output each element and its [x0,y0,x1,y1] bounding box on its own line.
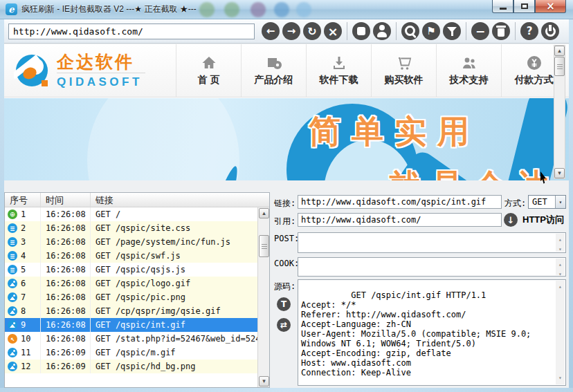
support-people-icon [460,55,478,71]
minimize-icon [500,8,507,10]
toolbar-refresh-button[interactable] [303,22,321,40]
box-scroll-arrows[interactable]: ▴▾ [556,281,565,384]
http-visit-label: HTTP访问 [522,214,564,226]
table-row[interactable]: 6 16:26:08 GET /qspic/logo.gif [5,277,257,290]
toolbar-separator [347,22,347,40]
toolbar-minus-button[interactable] [471,22,489,40]
titlebar-deco-circle [274,2,289,17]
text-mode-button[interactable] [277,297,291,311]
cook-label: COOK: [274,259,298,268]
toolbar-separator [396,22,397,40]
scroll-up-arrow[interactable]: ▴ [554,46,565,56]
cookie-box[interactable]: ▴▾ [298,257,566,277]
referer-input[interactable] [298,213,502,227]
request-type-icon [8,334,17,344]
browser-vertical-scrollbar[interactable]: ▴ ▾ [554,45,565,179]
row-index-cell: 11 [5,346,41,360]
table-row[interactable]: 4 16:26:08 GET /qspic/swf.js [5,249,257,263]
url-input[interactable] [8,24,255,39]
source-value: GET /qspic/int.gif HTTP/1.1 Accept: */* … [301,290,536,377]
row-link: GET /qspic/pic.png [91,290,257,304]
link-input[interactable] [298,195,502,209]
window-frame-right [569,19,573,392]
window-content: 企达软件 QIDASOFT 首 页 产品介绍 [4,19,569,388]
scroll-down-arrow[interactable]: ▾ [554,168,565,178]
scroll-down-arrow[interactable]: ▾ [259,376,269,386]
title-bar[interactable]: e 疯狂刷新 - IE封包截取器 V2 ---★ 正在截取 ★--- × [0,0,573,19]
toolbar-flag-button[interactable] [422,22,440,40]
banner-shape [87,98,239,180]
row-time: 16:26:08 [41,249,91,263]
capture-icon [352,22,370,40]
minimize-button[interactable] [492,0,513,13]
post-box[interactable]: ▴▾ [298,232,566,253]
toolbar-user-button[interactable] [373,22,391,40]
row-link: GET /page/system/inc/fun.js [91,235,257,249]
dropdown-arrow-icon[interactable]: ▾ [555,196,565,208]
referer-label: 引用: [274,216,298,227]
row-index-cell: 6 [5,277,41,290]
table-row[interactable]: 12 16:26:09 GET /qspic/hd_bg.png [5,360,257,373]
ie-app-icon: e [6,3,17,15]
toolbar-separator [515,22,516,40]
table-row[interactable]: 7 16:26:08 GET /qspic/pic.png [5,290,257,304]
nav-item-purchase[interactable]: 购买软件 [371,44,436,97]
app-window: e 疯狂刷新 - IE封包截取器 V2 ---★ 正在截取 ★--- × [0,0,573,392]
toolbar-stop-button[interactable] [324,22,342,40]
toolbar-separator [466,22,466,40]
table-row[interactable]: 8 16:26:08 GET /cp/qspr/img/qsie.gif [5,304,257,318]
row-time: 16:26:08 [41,332,91,346]
table-vertical-scrollbar[interactable]: ▴ ▾ [257,207,269,387]
nav-item-products[interactable]: 产品介绍 [241,44,306,97]
close-button[interactable]: × [535,0,566,13]
row-number: 6 [21,279,26,288]
scroll-thumb[interactable] [259,235,269,257]
row-link: GET / [91,207,257,221]
capture-panel: 序号 时间 链接 1 16:26:08 GET / 2 16:26:08 GET… [4,192,569,388]
row-time: 16:26:08 [41,221,91,235]
scroll-up-arrow[interactable]: ▴ [259,208,269,218]
column-header-link: 链接 [91,193,269,207]
table-row[interactable]: 3 16:26:08 GET /page/system/inc/fun.js [5,235,257,249]
box-scroll-arrows[interactable]: ▴▾ [556,234,565,252]
request-type-icon [8,306,17,316]
toolbar-help-button[interactable] [520,22,538,40]
toolbar-forward-button[interactable] [282,22,300,40]
source-box[interactable]: GET /qspic/int.gif HTTP/1.1 Accept: */* … [298,279,566,386]
scroll-thumb[interactable] [554,57,565,76]
toolbar-capture-button[interactable] [352,22,370,40]
nav-label: 首 页 [198,74,220,86]
table-row[interactable]: 11 16:26:09 GET /qspic/m.gif [5,346,257,360]
request-table: 序号 时间 链接 1 16:26:08 GET / 2 16:26:08 GET… [4,192,270,388]
refresh-icon [303,22,321,40]
download-icon [330,55,348,71]
row-number: 10 [21,334,30,344]
site-logo[interactable]: 企达软件 QIDASOFT [4,44,176,97]
maximize-button[interactable] [513,0,535,13]
method-select[interactable]: GET ▾ [528,195,566,209]
table-row[interactable]: 2 16:26:08 GET /qspic/site.css [5,221,257,235]
http-visit-button[interactable]: HTTP访问 [504,213,564,227]
nav-item-support[interactable]: 技术支持 [436,44,501,97]
toolbar-search-button[interactable] [401,22,419,40]
toolbar-back-button[interactable] [262,22,280,40]
resend-button[interactable] [277,318,291,332]
window-title: 疯狂刷新 - IE封包截取器 V2 ---★ 正在截取 ★--- [21,3,197,15]
nav-item-home[interactable]: 首 页 [176,44,241,97]
request-type-icon [8,292,17,302]
table-row[interactable]: 5 16:26:08 GET /qspic/qsjs.js [5,263,257,277]
row-number: 7 [21,292,26,302]
row-number: 8 [21,306,26,316]
table-row[interactable]: 1 16:26:08 GET / [5,207,257,221]
banner-slogan-line1: 简单实用 [309,111,480,153]
nav-item-download[interactable]: 软件下载 [306,44,371,97]
toolbar-filter-button[interactable] [443,22,461,40]
table-row[interactable]: 9 16:26:08 GET /qspic/int.gif [5,318,257,332]
box-scroll-arrows[interactable]: ▴▾ [556,259,565,275]
toolbar-power-button[interactable] [541,22,559,40]
user-icon [373,22,391,40]
row-index-cell: 3 [5,235,41,249]
table-row[interactable]: 10 16:26:08 GET /stat.php?id=52467&web_i… [5,332,257,346]
request-detail-panel: 链接: 方式: GET ▾ 引用: HTTP访问 POST: ▴▾ [271,192,569,388]
toolbar-trash-button[interactable] [492,22,510,40]
